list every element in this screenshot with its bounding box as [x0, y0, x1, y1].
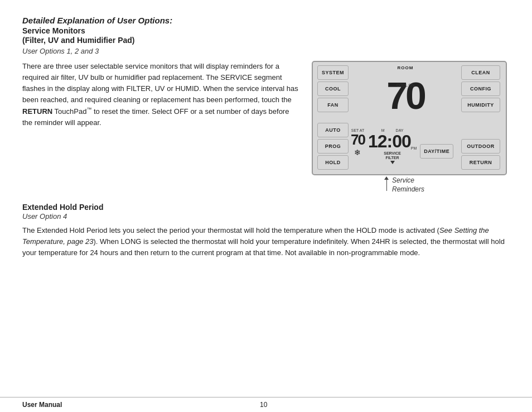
- prog-button[interactable]: PROG: [317, 139, 349, 154]
- clock-display: 12:00: [368, 132, 411, 150]
- fan-button[interactable]: FAN: [317, 98, 349, 112]
- humidity-button[interactable]: HUMIDITY: [461, 98, 500, 112]
- thermo-top: SYSTEM COOL FAN ROOM COOL ON 70 CLEAN CO…: [317, 65, 501, 121]
- auto-btn-area: AUTO PROG HOLD: [317, 123, 350, 170]
- footer-manual-label: User Manual: [22, 401, 62, 409]
- section1-text: There are three user selectable service …: [22, 61, 301, 194]
- outdoor-button[interactable]: OUTDOOR: [461, 139, 500, 154]
- thermo-bottom: AUTO PROG HOLD SET AT 70 ❄ M: [317, 123, 501, 170]
- extended-hold-section: Extended Hold Period User Option 4 The E…: [22, 203, 510, 258]
- extended-hold-text: The Extended Hold Period lets you select…: [22, 225, 510, 258]
- section1-heading1: Service Monitors: [22, 26, 510, 35]
- return-button[interactable]: RETURN: [461, 155, 500, 170]
- thermo-right-col: CLEAN CONFIG HUMIDITY: [461, 65, 501, 121]
- cool-on-label: COOL ON: [396, 83, 414, 87]
- extended-hold-option: User Option 4: [22, 212, 510, 221]
- pm-label: PM: [411, 146, 417, 150]
- section1-paragraph: There are three user selectable service …: [22, 61, 301, 128]
- thermo-left-col: SYSTEM COOL FAN: [317, 65, 350, 121]
- page-footer: User Manual 10: [0, 397, 532, 412]
- thermo-right-col-bottom: OUTDOOR RETURN: [461, 139, 501, 170]
- arrow-vert-line: [386, 180, 387, 191]
- config-button[interactable]: CONFIG: [461, 82, 500, 96]
- auto-button[interactable]: AUTO: [317, 123, 349, 137]
- filter-label: FILTER: [386, 156, 399, 160]
- cool-button[interactable]: COOL: [317, 82, 349, 96]
- system-button[interactable]: SYSTEM: [317, 65, 349, 80]
- service-reminders-label: Service Reminders: [392, 176, 424, 194]
- bottom-center: SET AT 70 ❄ M DAY 12:00 PM: [351, 128, 460, 165]
- user-option-label-1: User Options 1, 2 and 3: [22, 47, 510, 55]
- daytime-button[interactable]: DAY/TIME: [420, 144, 453, 159]
- clock-area: M DAY 12:00 PM SERVICE FILTER: [368, 128, 417, 165]
- big-temperature: 70: [386, 76, 424, 114]
- arrow-up-line: [384, 176, 389, 194]
- room-label: ROOM: [398, 65, 414, 70]
- main-title: Detailed Explanation of User Options:: [22, 16, 510, 25]
- hold-button[interactable]: HOLD: [317, 155, 349, 170]
- section1-heading2: (Filter, UV and Humidifier Pad): [22, 36, 510, 45]
- thermo-center: ROOM COOL ON 70: [350, 65, 461, 121]
- clean-button[interactable]: CLEAN: [461, 65, 500, 80]
- snowflake-icon: ❄: [354, 148, 361, 157]
- extended-hold-title: Extended Hold Period: [22, 203, 510, 212]
- service-reminders-container: Service Reminders: [312, 176, 510, 194]
- set-temperature: 70: [351, 132, 365, 147]
- thermostat-container: SYSTEM COOL FAN ROOM COOL ON 70 CLEAN CO…: [312, 61, 510, 194]
- service-filter-area: SERVICE FILTER: [384, 151, 401, 165]
- content-area: There are three user selectable service …: [22, 61, 510, 194]
- set-at-area: SET AT 70 ❄: [351, 128, 365, 157]
- return-bold: RETURN: [22, 107, 52, 116]
- page-content: Detailed Explanation of User Options: Se…: [0, 0, 532, 270]
- footer-page-number: 10: [260, 401, 267, 409]
- service-label: SERVICE: [384, 151, 401, 156]
- arrow-down-icon: [390, 161, 395, 164]
- thermostat-display: SYSTEM COOL FAN ROOM COOL ON 70 CLEAN CO…: [312, 61, 507, 175]
